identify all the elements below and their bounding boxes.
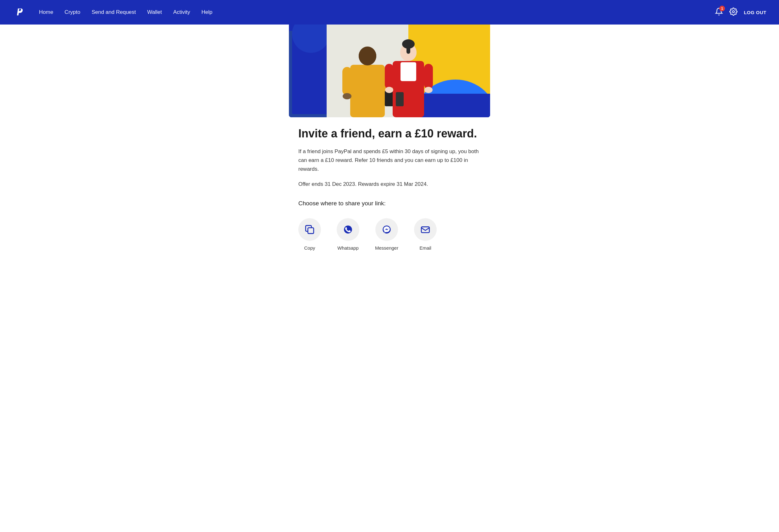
whatsapp-icon [343,224,353,235]
svg-point-1 [732,11,735,13]
svg-rect-10 [350,65,385,117]
svg-rect-28 [308,228,313,234]
svg-rect-31 [421,227,429,233]
copy-share-option[interactable]: Copy [298,218,321,251]
share-label: Choose where to share your link: [298,200,481,207]
settings-gear[interactable] [729,8,737,17]
paypal-logo[interactable] [13,5,26,19]
svg-rect-21 [424,64,433,89]
messenger-share-option[interactable]: Messenger [375,218,398,251]
messenger-icon [381,224,392,235]
email-icon-circle[interactable] [414,218,437,241]
svg-point-22 [385,87,393,93]
share-options: Copy Whatsapp Messenger [298,218,481,251]
whatsapp-label: Whatsapp [337,245,359,251]
svg-point-23 [424,87,432,93]
hero-image [289,24,490,117]
description-text: If a friend joins PayPal and spends £5 w… [298,147,481,174]
email-label: Email [419,245,431,251]
copy-icon-circle[interactable] [298,218,321,241]
main-nav: HomeCryptoSend and RequestWalletActivity… [39,9,715,15]
messenger-label: Messenger [375,245,398,251]
svg-rect-27 [407,43,410,54]
svg-point-13 [343,93,352,99]
copy-label: Copy [304,245,315,251]
nav-item-crypto[interactable]: Crypto [64,9,80,15]
navbar-actions: 1 LOG OUT [715,8,766,17]
copy-icon [304,224,315,235]
svg-rect-8 [415,94,490,117]
svg-rect-19 [401,62,416,81]
nav-item-send-request[interactable]: Send and Request [92,9,136,15]
notifications-bell[interactable]: 1 [715,8,723,17]
hero-image-container [289,24,490,117]
svg-point-29 [344,226,352,234]
logout-button[interactable]: LOG OUT [744,10,766,15]
email-icon [420,224,431,235]
whatsapp-icon-circle[interactable] [337,218,359,241]
svg-rect-20 [385,64,394,89]
page-title: Invite a friend, earn a £10 reward. [298,127,481,140]
nav-item-wallet[interactable]: Wallet [147,9,162,15]
svg-point-16 [359,47,376,65]
svg-rect-24 [396,92,404,106]
offer-expiry-text: Offer ends 31 Dec 2023. Rewards expire 3… [298,180,481,189]
nav-item-help[interactable]: Help [201,9,213,15]
whatsapp-share-option[interactable]: Whatsapp [337,218,359,251]
svg-rect-11 [342,67,352,95]
nav-item-home[interactable]: Home [39,9,53,15]
email-share-option[interactable]: Email [414,218,437,251]
navbar: HomeCryptoSend and RequestWalletActivity… [0,0,779,24]
notification-count: 1 [719,6,725,11]
messenger-icon-circle[interactable] [375,218,398,241]
nav-item-activity[interactable]: Activity [173,9,190,15]
main-content: Invite a friend, earn a £10 reward. If a… [289,117,490,270]
